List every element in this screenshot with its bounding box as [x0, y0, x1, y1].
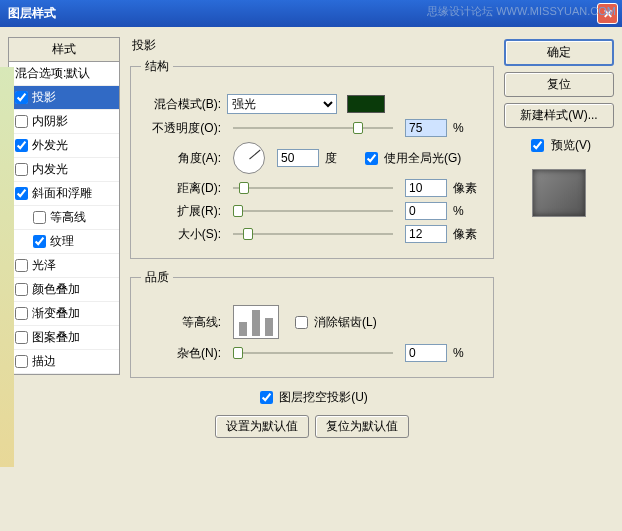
style-item[interactable]: 图案叠加 [9, 326, 119, 350]
sidebar-header: 样式 [8, 37, 120, 61]
noise-label: 杂色(N): [141, 345, 221, 362]
style-item-label: 颜色叠加 [32, 281, 80, 298]
quality-legend: 品质 [141, 269, 173, 286]
style-item-label: 描边 [32, 353, 56, 370]
window-title: 图层样式 [4, 5, 597, 22]
style-item[interactable]: 纹理 [9, 230, 119, 254]
style-item-label: 渐变叠加 [32, 305, 80, 322]
style-item-label: 内发光 [32, 161, 68, 178]
style-item-label: 外发光 [32, 137, 68, 154]
style-item[interactable]: 投影 [9, 86, 119, 110]
angle-dial[interactable] [233, 142, 265, 174]
global-light-checkbox[interactable]: 使用全局光(G) [361, 149, 461, 168]
size-slider[interactable] [233, 226, 393, 242]
opacity-slider[interactable] [233, 120, 393, 136]
style-item-checkbox[interactable] [15, 283, 28, 296]
style-item[interactable]: 颜色叠加 [9, 278, 119, 302]
settings-panel: 投影 结构 混合模式(B): 强光 不透明度(O): % 角度(A): [126, 37, 498, 521]
close-icon: ✕ [603, 7, 613, 21]
decorative-strip [0, 67, 14, 467]
style-item-checkbox[interactable] [15, 259, 28, 272]
layer-style-dialog: 思缘设计论坛 WWW.MISSYUAN.COM 图层样式 ✕ 样式 混合选项:默… [0, 0, 622, 531]
size-label: 大小(S): [141, 226, 221, 243]
style-item-checkbox[interactable] [15, 115, 28, 128]
set-default-button[interactable]: 设置为默认值 [215, 415, 309, 438]
angle-label: 角度(A): [141, 150, 221, 167]
style-item-label: 图案叠加 [32, 329, 80, 346]
ok-button[interactable]: 确定 [504, 39, 614, 66]
spread-slider[interactable] [233, 203, 393, 219]
style-item-label: 投影 [32, 89, 56, 106]
style-item[interactable]: 内阴影 [9, 110, 119, 134]
blend-options-row[interactable]: 混合选项:默认 [9, 62, 119, 86]
style-item-checkbox[interactable] [15, 331, 28, 344]
style-item-label: 等高线 [50, 209, 86, 226]
style-item[interactable]: 斜面和浮雕 [9, 182, 119, 206]
preview-thumbnail [532, 169, 586, 217]
action-column: 确定 复位 新建样式(W)... 预览(V) [504, 37, 614, 521]
noise-slider[interactable] [233, 345, 393, 361]
distance-unit: 像素 [453, 180, 483, 197]
style-item-label: 斜面和浮雕 [32, 185, 92, 202]
titlebar: 图层样式 ✕ [0, 0, 622, 27]
noise-unit: % [453, 346, 483, 360]
angle-unit: 度 [325, 150, 355, 167]
structure-group: 结构 混合模式(B): 强光 不透明度(O): % 角度(A): 度 [130, 58, 494, 259]
distance-label: 距离(D): [141, 180, 221, 197]
style-item[interactable]: 光泽 [9, 254, 119, 278]
contour-label: 等高线: [141, 314, 221, 331]
style-item-checkbox[interactable] [15, 163, 28, 176]
size-unit: 像素 [453, 226, 483, 243]
spread-unit: % [453, 204, 483, 218]
style-item-checkbox[interactable] [15, 91, 28, 104]
style-item-checkbox[interactable] [15, 355, 28, 368]
opacity-input[interactable] [405, 119, 447, 137]
style-item-label: 内阴影 [32, 113, 68, 130]
styles-list: 混合选项:默认 投影内阴影外发光内发光斜面和浮雕等高线纹理光泽颜色叠加渐变叠加图… [8, 61, 120, 375]
style-item-checkbox[interactable] [15, 307, 28, 320]
blend-mode-label: 混合模式(B): [141, 96, 221, 113]
opacity-unit: % [453, 121, 483, 135]
styles-sidebar: 样式 混合选项:默认 投影内阴影外发光内发光斜面和浮雕等高线纹理光泽颜色叠加渐变… [8, 37, 120, 521]
close-button[interactable]: ✕ [597, 3, 618, 24]
style-item[interactable]: 内发光 [9, 158, 119, 182]
style-item-checkbox[interactable] [15, 187, 28, 200]
reset-default-button[interactable]: 复位为默认值 [315, 415, 409, 438]
style-item-label: 光泽 [32, 257, 56, 274]
spread-input[interactable] [405, 202, 447, 220]
preview-checkbox[interactable]: 预览(V) [504, 136, 614, 155]
new-style-button[interactable]: 新建样式(W)... [504, 103, 614, 128]
contour-picker[interactable] [233, 305, 279, 339]
style-item-checkbox[interactable] [15, 139, 28, 152]
size-input[interactable] [405, 225, 447, 243]
style-item-checkbox[interactable] [33, 235, 46, 248]
structure-legend: 结构 [141, 58, 173, 75]
angle-input[interactable] [277, 149, 319, 167]
style-item[interactable]: 外发光 [9, 134, 119, 158]
panel-title: 投影 [130, 37, 494, 54]
style-item-label: 纹理 [50, 233, 74, 250]
style-item-checkbox[interactable] [33, 211, 46, 224]
distance-slider[interactable] [233, 180, 393, 196]
opacity-label: 不透明度(O): [141, 120, 221, 137]
style-item[interactable]: 描边 [9, 350, 119, 374]
noise-input[interactable] [405, 344, 447, 362]
style-item[interactable]: 渐变叠加 [9, 302, 119, 326]
cancel-button[interactable]: 复位 [504, 72, 614, 97]
knockout-checkbox[interactable]: 图层挖空投影(U) [256, 388, 368, 407]
style-item[interactable]: 等高线 [9, 206, 119, 230]
shadow-color-swatch[interactable] [347, 95, 385, 113]
spread-label: 扩展(R): [141, 203, 221, 220]
blend-mode-select[interactable]: 强光 [227, 94, 337, 114]
distance-input[interactable] [405, 179, 447, 197]
quality-group: 品质 等高线: 消除锯齿(L) 杂色(N): % [130, 269, 494, 378]
antialias-checkbox[interactable]: 消除锯齿(L) [291, 313, 377, 332]
